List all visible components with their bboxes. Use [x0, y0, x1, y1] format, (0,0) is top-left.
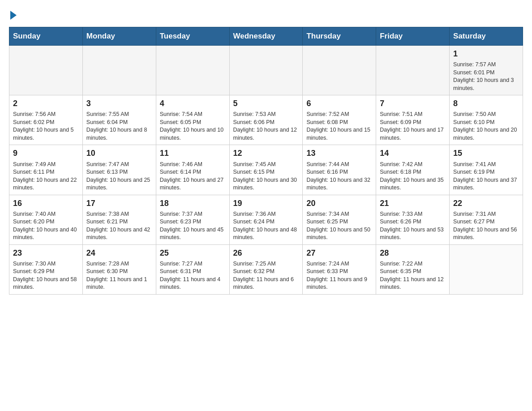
day-info: Sunrise: 7:52 AM Sunset: 6:08 PM Dayligh…	[306, 111, 372, 142]
day-info: Sunrise: 7:53 AM Sunset: 6:06 PM Dayligh…	[233, 111, 299, 142]
calendar-cell: 7Sunrise: 7:51 AM Sunset: 6:09 PM Daylig…	[376, 95, 450, 145]
day-info: Sunrise: 7:55 AM Sunset: 6:04 PM Dayligh…	[86, 111, 152, 142]
day-info: Sunrise: 7:54 AM Sunset: 6:05 PM Dayligh…	[160, 111, 226, 142]
day-info: Sunrise: 7:57 AM Sunset: 6:01 PM Dayligh…	[453, 61, 519, 92]
day-info: Sunrise: 7:49 AM Sunset: 6:11 PM Dayligh…	[13, 161, 79, 192]
day-number: 19	[233, 198, 299, 209]
calendar-week-row: 9Sunrise: 7:49 AM Sunset: 6:11 PM Daylig…	[9, 145, 523, 195]
day-number: 25	[160, 248, 226, 259]
day-number: 22	[453, 198, 519, 209]
calendar-cell: 5Sunrise: 7:53 AM Sunset: 6:06 PM Daylig…	[229, 95, 303, 145]
calendar-cell	[156, 46, 229, 95]
day-info: Sunrise: 7:22 AM Sunset: 6:35 PM Dayligh…	[380, 260, 446, 291]
calendar-cell: 25Sunrise: 7:27 AM Sunset: 6:31 PM Dayli…	[156, 244, 229, 294]
day-number: 24	[86, 248, 152, 259]
calendar-week-row: 23Sunrise: 7:30 AM Sunset: 6:29 PM Dayli…	[9, 244, 523, 294]
page-header	[9, 9, 523, 20]
day-info: Sunrise: 7:27 AM Sunset: 6:31 PM Dayligh…	[160, 260, 226, 291]
day-number: 4	[160, 98, 226, 109]
calendar-cell: 2Sunrise: 7:56 AM Sunset: 6:02 PM Daylig…	[9, 95, 83, 145]
calendar-cell: 8Sunrise: 7:50 AM Sunset: 6:10 PM Daylig…	[450, 95, 523, 145]
day-header-sunday: Sunday	[9, 27, 83, 46]
day-info: Sunrise: 7:40 AM Sunset: 6:20 PM Dayligh…	[13, 210, 79, 242]
day-number: 3	[86, 98, 152, 109]
calendar-cell: 14Sunrise: 7:42 AM Sunset: 6:18 PM Dayli…	[376, 145, 450, 195]
day-number: 10	[86, 148, 152, 159]
day-number: 23	[13, 248, 79, 259]
day-info: Sunrise: 7:42 AM Sunset: 6:18 PM Dayligh…	[380, 161, 446, 192]
day-number: 2	[13, 98, 79, 109]
day-number: 16	[13, 198, 79, 209]
day-number: 8	[453, 98, 519, 109]
logo-arrow-icon	[10, 11, 17, 20]
calendar-cell: 20Sunrise: 7:34 AM Sunset: 6:25 PM Dayli…	[303, 195, 376, 244]
calendar-cell: 26Sunrise: 7:25 AM Sunset: 6:32 PM Dayli…	[229, 244, 303, 294]
calendar-cell: 19Sunrise: 7:36 AM Sunset: 6:24 PM Dayli…	[229, 195, 303, 244]
day-number: 6	[306, 98, 372, 109]
calendar-cell: 24Sunrise: 7:28 AM Sunset: 6:30 PM Dayli…	[82, 244, 156, 294]
day-number: 17	[86, 198, 152, 209]
day-header-tuesday: Tuesday	[156, 27, 229, 46]
day-header-wednesday: Wednesday	[229, 27, 303, 46]
calendar-cell: 9Sunrise: 7:49 AM Sunset: 6:11 PM Daylig…	[9, 145, 83, 195]
day-header-monday: Monday	[82, 27, 156, 46]
day-info: Sunrise: 7:34 AM Sunset: 6:25 PM Dayligh…	[306, 210, 372, 242]
calendar-week-row: 2Sunrise: 7:56 AM Sunset: 6:02 PM Daylig…	[9, 95, 523, 145]
calendar-cell	[376, 46, 450, 95]
calendar-cell	[303, 46, 376, 95]
day-info: Sunrise: 7:44 AM Sunset: 6:16 PM Dayligh…	[306, 161, 372, 192]
day-header-friday: Friday	[376, 27, 450, 46]
calendar-cell: 4Sunrise: 7:54 AM Sunset: 6:05 PM Daylig…	[156, 95, 229, 145]
calendar-cell: 16Sunrise: 7:40 AM Sunset: 6:20 PM Dayli…	[9, 195, 83, 244]
day-info: Sunrise: 7:37 AM Sunset: 6:23 PM Dayligh…	[160, 210, 226, 242]
day-info: Sunrise: 7:38 AM Sunset: 6:21 PM Dayligh…	[86, 210, 152, 242]
day-number: 5	[233, 98, 299, 109]
day-info: Sunrise: 7:50 AM Sunset: 6:10 PM Dayligh…	[453, 111, 519, 142]
day-number: 21	[380, 198, 446, 209]
day-info: Sunrise: 7:31 AM Sunset: 6:27 PM Dayligh…	[453, 210, 519, 242]
day-info: Sunrise: 7:51 AM Sunset: 6:09 PM Dayligh…	[380, 111, 446, 142]
calendar-header-row: SundayMondayTuesdayWednesdayThursdayFrid…	[9, 27, 523, 46]
calendar-cell	[229, 46, 303, 95]
day-number: 20	[306, 198, 372, 209]
day-info: Sunrise: 7:30 AM Sunset: 6:29 PM Dayligh…	[13, 260, 79, 291]
calendar-table: SundayMondayTuesdayWednesdayThursdayFrid…	[9, 27, 523, 295]
calendar-cell: 28Sunrise: 7:22 AM Sunset: 6:35 PM Dayli…	[376, 244, 450, 294]
calendar-cell: 1Sunrise: 7:57 AM Sunset: 6:01 PM Daylig…	[450, 46, 523, 95]
calendar-cell: 23Sunrise: 7:30 AM Sunset: 6:29 PM Dayli…	[9, 244, 83, 294]
day-info: Sunrise: 7:33 AM Sunset: 6:26 PM Dayligh…	[380, 210, 446, 242]
day-info: Sunrise: 7:36 AM Sunset: 6:24 PM Dayligh…	[233, 210, 299, 242]
calendar-cell: 11Sunrise: 7:46 AM Sunset: 6:14 PM Dayli…	[156, 145, 229, 195]
calendar-cell: 3Sunrise: 7:55 AM Sunset: 6:04 PM Daylig…	[82, 95, 156, 145]
day-number: 1	[453, 48, 519, 60]
calendar-week-row: 16Sunrise: 7:40 AM Sunset: 6:20 PM Dayli…	[9, 195, 523, 244]
day-number: 9	[13, 148, 79, 159]
calendar-cell: 10Sunrise: 7:47 AM Sunset: 6:13 PM Dayli…	[82, 145, 156, 195]
logo	[9, 9, 17, 20]
calendar-week-row: 1Sunrise: 7:57 AM Sunset: 6:01 PM Daylig…	[9, 46, 523, 95]
day-number: 28	[380, 248, 446, 259]
calendar-cell: 18Sunrise: 7:37 AM Sunset: 6:23 PM Dayli…	[156, 195, 229, 244]
calendar-cell: 12Sunrise: 7:45 AM Sunset: 6:15 PM Dayli…	[229, 145, 303, 195]
day-number: 13	[306, 148, 372, 159]
day-info: Sunrise: 7:45 AM Sunset: 6:15 PM Dayligh…	[233, 161, 299, 192]
calendar-cell	[9, 46, 83, 95]
day-header-saturday: Saturday	[450, 27, 523, 46]
day-number: 27	[306, 248, 372, 259]
calendar-cell: 15Sunrise: 7:41 AM Sunset: 6:19 PM Dayli…	[450, 145, 523, 195]
calendar-cell: 22Sunrise: 7:31 AM Sunset: 6:27 PM Dayli…	[450, 195, 523, 244]
calendar-cell	[82, 46, 156, 95]
day-number: 7	[380, 98, 446, 109]
day-number: 14	[380, 148, 446, 159]
calendar-cell	[450, 244, 523, 294]
calendar-cell: 27Sunrise: 7:24 AM Sunset: 6:33 PM Dayli…	[303, 244, 376, 294]
day-info: Sunrise: 7:46 AM Sunset: 6:14 PM Dayligh…	[160, 161, 226, 192]
calendar-cell: 6Sunrise: 7:52 AM Sunset: 6:08 PM Daylig…	[303, 95, 376, 145]
day-info: Sunrise: 7:24 AM Sunset: 6:33 PM Dayligh…	[306, 260, 372, 291]
day-number: 11	[160, 148, 226, 159]
day-info: Sunrise: 7:25 AM Sunset: 6:32 PM Dayligh…	[233, 260, 299, 291]
day-number: 26	[233, 248, 299, 259]
calendar-cell: 21Sunrise: 7:33 AM Sunset: 6:26 PM Dayli…	[376, 195, 450, 244]
day-info: Sunrise: 7:41 AM Sunset: 6:19 PM Dayligh…	[453, 161, 519, 192]
day-number: 12	[233, 148, 299, 159]
